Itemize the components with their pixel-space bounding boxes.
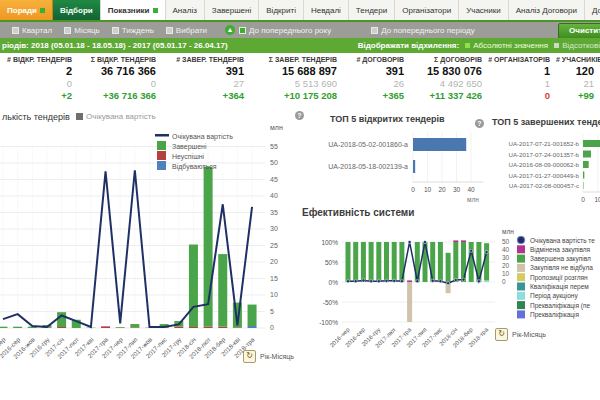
period-checkbox-Тиждень[interactable]: Тиждень [112, 26, 154, 35]
kpi-header: # УЧАСНИКІВ [556, 56, 594, 63]
svg-text:30: 30 [502, 254, 510, 261]
deviation-label: Відображати відхилення: [358, 41, 460, 50]
period-checkbox-Вибрати[interactable]: Вибрати [166, 26, 207, 35]
tab-Показники[interactable]: Показники [101, 0, 166, 20]
compare-period-label: До попереднього періоду [381, 26, 475, 35]
top5-completed-chart[interactable]: 010UA-2017-07-21-001652-bUA-2017-07-24-0… [475, 128, 600, 218]
tab-Відбори[interactable]: Відбори [53, 0, 101, 20]
period-checkbox-group: КварталМісяцьТижденьВибрати [0, 26, 207, 35]
kpi-header: # ДОГОВОРІВ [343, 56, 404, 63]
svg-text:Прекваліфікація (пе: Прекваліфікація (пе [530, 302, 591, 310]
svg-text:UA-2017-01-27-000449-b: UA-2017-01-27-000449-b [508, 172, 579, 179]
svg-text:20: 20 [270, 258, 278, 265]
kpi-delta-value: +99 [556, 90, 594, 101]
kpi-delta-value: +10 175 208 [250, 90, 337, 101]
tab-Тендери[interactable]: Тендери [349, 0, 395, 20]
compare-year-checkbox[interactable]: До попереднього року [239, 26, 331, 35]
checkbox-icon [64, 27, 71, 34]
cycle-dimension-icon[interactable]: ↻ [243, 350, 256, 363]
svg-text:100%: 100% [321, 239, 338, 246]
kpi-delta-value: +2 [0, 90, 72, 101]
compare-period-checkbox[interactable]: До попереднього періоду [371, 26, 475, 35]
help-icon[interactable]: ? [295, 111, 304, 120]
kpi-delta-value: +11 337 426 [410, 90, 482, 101]
top5-open-chart[interactable]: 010203040UA-2018-05-02-001860-aUA-2018-0… [295, 124, 485, 214]
tab-Організатори[interactable]: Організатори [395, 0, 459, 20]
tab-label: Відбори [60, 6, 93, 15]
tab-Невдалі[interactable]: Невдалі [304, 0, 349, 20]
kpi-column: # УЧАСНИКІВ12021+99 [556, 53, 600, 106]
tab-Учасники[interactable]: Учасники [459, 0, 509, 20]
tab-Договори[interactable]: Договори [585, 0, 600, 20]
effectiveness-chart[interactable]: 100%50%0%-50%-100%50403020100млн2016-чер… [290, 214, 600, 364]
svg-text:UA-2017-07-21-001652-b: UA-2017-07-21-001652-b [508, 140, 579, 147]
svg-text:UA-2016-08-09-000062-b: UA-2016-08-09-000062-b [508, 161, 579, 168]
clear-button[interactable]: Очистити [558, 23, 600, 39]
tab-label: Завершені [212, 6, 251, 15]
svg-text:10: 10 [502, 270, 510, 277]
tab-Завершені[interactable]: Завершені [205, 0, 259, 20]
tab-Аналіз Договори[interactable]: Аналіз Договори [509, 0, 585, 20]
kpi-delta-value: +365 [343, 90, 404, 101]
kpi-current-value: 36 716 366 [78, 65, 156, 77]
compare-year-label: До попереднього року [249, 26, 331, 35]
kpi-header: Σ ВІДКР. ТЕНДЕРІВ [78, 56, 156, 63]
svg-text:Відмінена закупівля: Відмінена закупівля [530, 246, 591, 254]
svg-text:10: 10 [270, 291, 278, 298]
tab-Поради[interactable]: Поради [0, 0, 53, 20]
kpi-current-value: 391 [162, 65, 244, 77]
svg-text:50%: 50% [325, 259, 338, 266]
checkbox-label: Тиждень [122, 26, 154, 35]
svg-text:0: 0 [411, 186, 415, 193]
tab-label: Учасники [466, 6, 501, 15]
deviation-option-absolute[interactable]: Абсолютні значення [465, 41, 548, 50]
tab-label: Тендери [356, 6, 387, 15]
kpi-previous-value: 0 [78, 78, 156, 89]
up-arrow-icon[interactable]: ▲ [225, 25, 235, 35]
tab-Відкриті[interactable]: Відкриті [259, 0, 304, 20]
tab-label: Аналіз Договори [516, 6, 577, 15]
period-checkbox-Квартал[interactable]: Квартал [12, 26, 52, 35]
tab-label: Невдалі [311, 6, 341, 15]
tab-state-icon [40, 8, 45, 13]
tenders-x-axis-control: ↻ Рік-Місяць [243, 350, 294, 363]
svg-text:40: 40 [467, 186, 475, 193]
svg-text:55: 55 [270, 143, 278, 150]
svg-text:млн: млн [502, 228, 514, 235]
kpi-header: Σ ЗАВЕР. ТЕНДЕРІВ [250, 56, 337, 63]
svg-text:0%: 0% [329, 279, 339, 286]
svg-text:10: 10 [594, 196, 600, 203]
tab-label: Показники [108, 6, 150, 15]
kpi-previous-value: 1 [488, 78, 550, 89]
period-checkbox-Місяць[interactable]: Місяць [64, 26, 100, 35]
top5-completed-title: ТОП 5 завершених тендерів [492, 117, 600, 127]
kpi-header: # ЗАВЕР. ТЕНДЕРІВ [162, 56, 244, 63]
deviation-option-percent[interactable]: Відсоткові [554, 41, 600, 50]
periods-compare-text: ріодів: 2018 (05.01.18 - 18.05.18) - 201… [2, 41, 228, 50]
kpi-delta-value: +364 [162, 90, 244, 101]
svg-text:Закупівля не відбула: Закупівля не відбула [530, 264, 593, 272]
svg-text:Завершена закупівл: Завершена закупівл [530, 255, 591, 263]
svg-text:Кваліфікація перем: Кваліфікація перем [530, 283, 589, 291]
checkbox-icon [112, 27, 119, 34]
kpi-current-value: 120 [556, 65, 594, 77]
svg-text:45: 45 [270, 176, 278, 183]
kpi-previous-value: 5 513 690 [250, 78, 337, 89]
kpi-current-value: 1 [488, 65, 550, 77]
checkbox-icon [166, 27, 173, 34]
tenders-by-month-chart[interactable]: 0510152025303540455055млнОчікувана варті… [0, 114, 295, 364]
svg-text:30: 30 [270, 225, 278, 232]
svg-text:Очікувана вартість: Очікувана вартість [172, 133, 233, 141]
help-icon[interactable]: ? [475, 119, 484, 128]
tab-label: Організатори [402, 6, 451, 15]
kpi-column: # ДОГОВОРІВ39126+365 [343, 53, 410, 106]
svg-text:0: 0 [502, 278, 506, 285]
kpi-column: Σ ВІДКР. ТЕНДЕРІВ36 716 3660+36 716 366 [78, 53, 162, 106]
tab-Аналіз[interactable]: Аналіз [166, 0, 205, 20]
svg-text:50: 50 [502, 238, 510, 245]
svg-text:35: 35 [270, 209, 278, 216]
svg-text:0: 0 [581, 196, 585, 203]
svg-text:20: 20 [502, 262, 510, 269]
svg-text:UA-2017-02-08-000457-c: UA-2017-02-08-000457-c [509, 182, 579, 189]
cycle-dimension-icon[interactable]: ↻ [495, 328, 508, 341]
